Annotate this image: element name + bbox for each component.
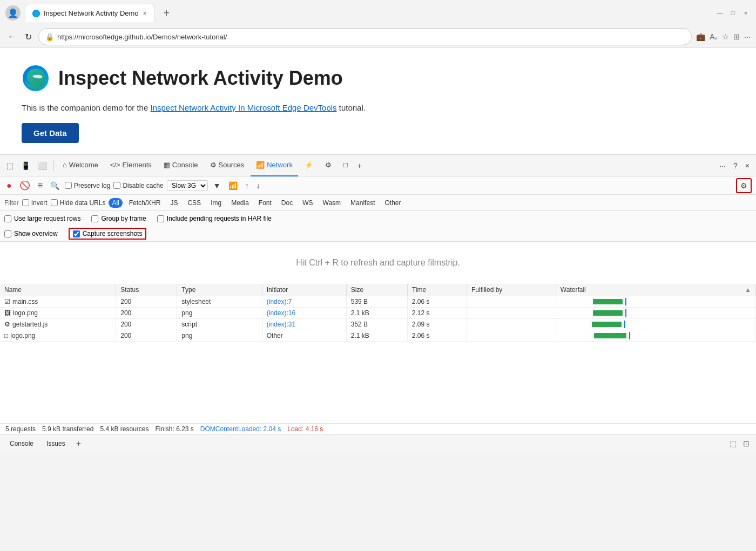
table-row[interactable]: 🖼logo.png 200 png (index):16 2.1 kB 2.12… bbox=[0, 308, 756, 319]
throttle-select[interactable]: Slow 3G bbox=[167, 180, 208, 191]
collections-icon[interactable]: ⊞ bbox=[733, 32, 740, 41]
table-row[interactable]: ☑main.css 200 stylesheet (index):7 539 B… bbox=[0, 296, 756, 308]
tutorial-link[interactable]: Inspect Network Activity In Microsoft Ed… bbox=[150, 103, 336, 112]
get-data-button[interactable]: Get Data bbox=[22, 123, 79, 143]
user-icon[interactable]: 👤 bbox=[5, 5, 21, 21]
tab-extra3[interactable]: □ bbox=[338, 155, 353, 176]
filter-manifest-btn[interactable]: Manifest bbox=[347, 198, 378, 208]
disable-cache-label[interactable]: Disable cache bbox=[113, 182, 163, 189]
close-window-btn[interactable]: × bbox=[741, 8, 751, 18]
filter-font-btn[interactable]: Font bbox=[255, 198, 275, 208]
minimize-btn[interactable]: — bbox=[715, 8, 725, 18]
more-tools-btn[interactable]: ··· bbox=[716, 159, 729, 172]
tab-welcome[interactable]: ⌂ Welcome bbox=[57, 155, 104, 176]
col-header-waterfall[interactable]: Waterfall ▲ bbox=[556, 284, 755, 296]
bottom-add-tab-btn[interactable]: + bbox=[73, 438, 84, 450]
hide-data-urls-check[interactable] bbox=[51, 199, 58, 206]
refresh-btn[interactable]: ↻ bbox=[23, 30, 34, 44]
capture-screenshots-label[interactable]: Capture screenshots bbox=[69, 228, 147, 240]
clear-btn[interactable]: 🚫 bbox=[17, 179, 32, 192]
back-btn[interactable]: ← bbox=[5, 30, 18, 44]
col-header-initiator[interactable]: Initiator bbox=[262, 284, 346, 296]
table-row[interactable]: □logo.png 200 png Other 2.1 kB 2.06 s bbox=[0, 330, 756, 342]
col-header-type[interactable]: Type bbox=[177, 284, 262, 296]
maximize-btn[interactable]: □ bbox=[728, 8, 738, 18]
bottom-icon-2[interactable]: ⊡ bbox=[741, 438, 752, 449]
initiator-link[interactable]: (index):16 bbox=[267, 309, 295, 317]
large-rows-check[interactable] bbox=[4, 215, 11, 222]
invert-text: Invert bbox=[31, 199, 48, 207]
filter-fetch-btn[interactable]: Fetch/XHR bbox=[126, 198, 164, 208]
group-by-frame-label[interactable]: Group by frame bbox=[91, 215, 146, 222]
tab-extra2[interactable]: ⚙ bbox=[320, 155, 337, 176]
bottom-icon-1[interactable]: ⬚ bbox=[727, 438, 739, 449]
filter-css-btn[interactable]: CSS bbox=[184, 198, 204, 208]
preserve-log-label[interactable]: Preserve log bbox=[65, 182, 110, 189]
cell-initiator[interactable]: Other bbox=[262, 330, 346, 342]
disable-cache-check[interactable] bbox=[113, 182, 120, 189]
filter-other-btn[interactable]: Other bbox=[381, 198, 404, 208]
tab-close-btn[interactable]: × bbox=[142, 9, 148, 18]
cell-size: 539 B bbox=[346, 296, 407, 308]
initiator-link[interactable]: (index):31 bbox=[267, 321, 295, 328]
initiator-link[interactable]: (index):7 bbox=[267, 298, 292, 305]
invert-check[interactable] bbox=[22, 199, 29, 206]
filter-wasm-btn[interactable]: Wasm bbox=[320, 198, 345, 208]
throttle-dropdown-btn[interactable]: ▼ bbox=[211, 180, 223, 191]
large-rows-label[interactable]: Use large request rows bbox=[4, 215, 80, 222]
read-aloud-icon[interactable]: Aᵥ bbox=[710, 32, 718, 41]
filter-toggle-btn[interactable]: ≡ bbox=[36, 180, 45, 192]
menu-icon[interactable]: ··· bbox=[744, 32, 751, 41]
filter-ws-btn[interactable]: WS bbox=[299, 198, 316, 208]
group-by-frame-check[interactable] bbox=[91, 215, 98, 222]
device-mode-btn[interactable]: 📱 bbox=[18, 159, 33, 172]
tab-elements[interactable]: </> Elements bbox=[105, 155, 157, 176]
filter-all-btn[interactable]: All bbox=[109, 198, 122, 208]
include-pending-check[interactable] bbox=[157, 215, 164, 222]
col-header-status[interactable]: Status bbox=[116, 284, 177, 296]
preserve-log-check[interactable] bbox=[65, 182, 72, 189]
filter-img-btn[interactable]: Img bbox=[207, 198, 225, 208]
col-header-size[interactable]: Size bbox=[346, 284, 407, 296]
invert-label[interactable]: Invert bbox=[22, 199, 48, 207]
network-table-wrap[interactable]: Name Status Type Initiator Size Time Ful… bbox=[0, 284, 756, 423]
favorites-icon[interactable]: ☆ bbox=[722, 32, 729, 41]
export-har-btn[interactable]: ↓ bbox=[254, 180, 262, 191]
tab-console[interactable]: ▦ Console bbox=[158, 155, 204, 176]
cell-initiator[interactable]: (index):31 bbox=[262, 319, 346, 330]
add-tab-btn[interactable]: + bbox=[354, 159, 365, 172]
col-header-name[interactable]: Name bbox=[0, 284, 116, 296]
show-overview-check[interactable] bbox=[4, 230, 11, 237]
toggle-drawer-btn[interactable]: ⬜ bbox=[35, 159, 50, 172]
inspect-element-btn[interactable]: ⬚ bbox=[3, 159, 17, 172]
requests-count: 5 requests bbox=[5, 425, 36, 433]
tab-extra1[interactable]: ⚡ bbox=[299, 155, 319, 176]
close-devtools-btn[interactable]: × bbox=[742, 159, 753, 172]
online-icon-btn[interactable]: 📶 bbox=[226, 180, 240, 191]
url-box[interactable]: 🔒 https://microsoftedge.github.io/Demos/… bbox=[38, 28, 692, 45]
tab-sources[interactable]: ⚙ Sources bbox=[205, 155, 250, 176]
import-har-btn[interactable]: ↑ bbox=[243, 180, 251, 191]
active-tab[interactable]: Inspect Network Activity Demo × bbox=[25, 4, 155, 22]
briefcase-icon[interactable]: 💼 bbox=[696, 32, 705, 41]
filter-js-btn[interactable]: JS bbox=[167, 198, 181, 208]
col-header-fulfilled[interactable]: Fulfilled by bbox=[467, 284, 556, 296]
record-btn[interactable]: ● bbox=[4, 180, 14, 192]
help-btn[interactable]: ? bbox=[730, 159, 741, 172]
col-header-time[interactable]: Time bbox=[407, 284, 467, 296]
capture-screenshots-check[interactable] bbox=[73, 230, 80, 237]
tab-network[interactable]: 📶 Network bbox=[251, 155, 298, 176]
new-tab-btn[interactable]: + bbox=[159, 5, 174, 22]
bottom-tab-issues[interactable]: Issues bbox=[41, 438, 71, 450]
filter-media-btn[interactable]: Media bbox=[228, 198, 252, 208]
filter-doc-btn[interactable]: Doc bbox=[278, 198, 296, 208]
cell-initiator[interactable]: (index):16 bbox=[262, 308, 346, 319]
include-pending-label[interactable]: Include pending requests in HAR file bbox=[157, 215, 272, 222]
table-row[interactable]: ⚙getstarted.js 200 script (index):31 352… bbox=[0, 319, 756, 330]
search-btn[interactable]: 🔍 bbox=[48, 180, 62, 191]
bottom-tab-console[interactable]: Console bbox=[4, 438, 39, 450]
show-overview-label[interactable]: Show overview bbox=[4, 230, 58, 237]
network-settings-btn[interactable]: ⚙ bbox=[736, 178, 752, 193]
hide-data-urls-label[interactable]: Hide data URLs bbox=[51, 199, 106, 207]
cell-initiator[interactable]: (index):7 bbox=[262, 296, 346, 308]
